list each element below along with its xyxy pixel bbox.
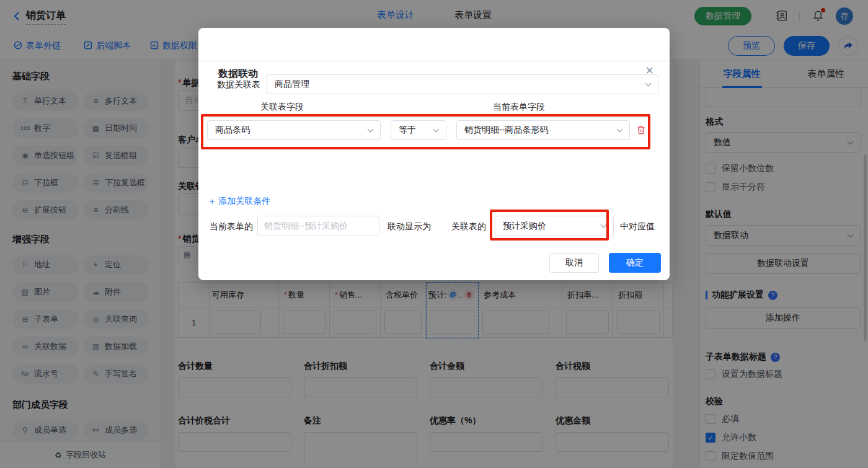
relation-table-label: 数据关联表: [217, 79, 260, 91]
relation-table-of-label: 关联表的: [451, 221, 486, 232]
condition-target-select[interactable]: 销货明细--商品条形码: [456, 120, 630, 140]
condition-field-select[interactable]: 商品条码: [207, 120, 381, 140]
modal-header-divider: [198, 61, 670, 61]
chevron-down-icon: [433, 126, 440, 132]
cancel-button[interactable]: 取消: [549, 253, 599, 273]
current-form-label: 当前表单的: [210, 221, 253, 232]
modal-title: 数据联动: [218, 68, 258, 81]
column-header-relation-field: 关联表字段: [260, 102, 304, 113]
data-linkage-modal: 数据联动 × 数据关联表 商品管理 关联表字段 当前表单字段 商品条码 等于 销…: [198, 28, 670, 280]
matched-value-label: 中对应值: [620, 221, 655, 232]
column-header-current-field: 当前表单字段: [493, 102, 545, 113]
linkage-display-label: 联动显示为: [388, 221, 431, 232]
confirm-button[interactable]: 确定: [609, 253, 661, 273]
delete-condition-icon[interactable]: [636, 125, 646, 138]
plus-icon: +: [210, 196, 215, 206]
chevron-down-icon: [368, 126, 374, 132]
form-designer-app: 销货订单 表单设计 表单设置 数据管理 存: [0, 0, 868, 468]
chevron-down-icon: [617, 126, 623, 132]
relation-table-select[interactable]: 商品管理: [267, 74, 658, 94]
chevron-down-icon: [645, 80, 652, 86]
condition-operator-select[interactable]: 等于: [391, 120, 446, 140]
chevron-down-icon: [601, 222, 607, 228]
current-field-readonly-input: 销货明细--预计采购价: [257, 216, 379, 236]
display-field-select[interactable]: 预计采购价: [495, 216, 614, 236]
add-condition-link[interactable]: + 添加关联条件: [210, 196, 270, 207]
